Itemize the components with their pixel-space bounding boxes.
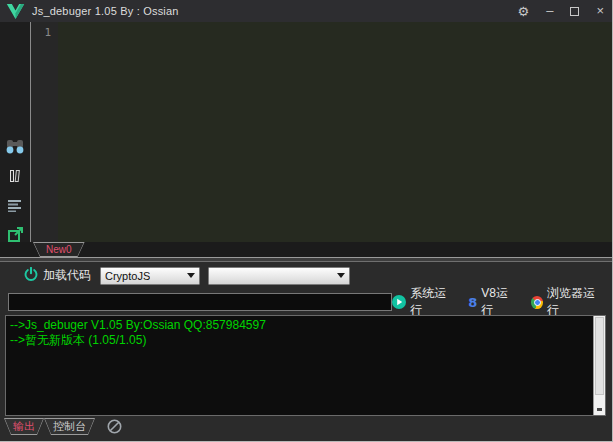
- library-dropdown-value: CryptoJS: [105, 270, 150, 282]
- bottom-tabstrip: 输出 控制台: [0, 416, 612, 441]
- editor-region: 1: [0, 22, 612, 242]
- output-scrollbar[interactable]: [593, 316, 605, 415]
- app-logo-v-icon: [6, 4, 25, 19]
- maximize-button[interactable]: [570, 7, 579, 16]
- load-code-button[interactable]: 加载代码: [24, 267, 91, 284]
- tab-console-label: 控制台: [45, 419, 94, 434]
- system-run-button[interactable]: 系统运行: [392, 285, 455, 319]
- play-circle-icon: [392, 295, 406, 309]
- tab-new0-label: New0: [34, 243, 84, 256]
- library-dropdown[interactable]: CryptoJS: [100, 267, 200, 285]
- run-buttons: 系统运行 8 V8运行 浏览器运行: [392, 285, 604, 319]
- line-number: 1: [44, 26, 51, 39]
- browser-run-label: 浏览器运行: [547, 285, 604, 319]
- load-code-label: 加载代码: [43, 267, 91, 284]
- system-run-label: 系统运行: [410, 285, 455, 319]
- chevron-down-icon: [337, 273, 345, 278]
- scrollbar-arrow-icon: [597, 408, 602, 411]
- titlebar: Js_debuger 1.05 By : Ossian ⚙ – ×: [0, 0, 612, 22]
- editor-sidebar: [0, 22, 30, 242]
- chrome-browser-icon: [531, 296, 543, 309]
- tab-console[interactable]: 控制台: [44, 418, 95, 435]
- output-panel[interactable]: -->Js_debuger V1.05 By:Ossian QQ:8579845…: [5, 315, 606, 416]
- close-button[interactable]: ×: [596, 5, 604, 17]
- tab-output-label: 输出: [5, 419, 43, 434]
- tab-new0[interactable]: New0: [33, 242, 85, 257]
- scrollbar-thumb[interactable]: [595, 317, 604, 395]
- clear-prohibition-icon[interactable]: [107, 419, 122, 434]
- binoculars-search-icon[interactable]: [6, 140, 24, 158]
- minimize-button[interactable]: –: [546, 6, 553, 16]
- output-line: -->暂无新版本 (1.05/1.05): [10, 333, 589, 348]
- format-lines-icon[interactable]: [8, 198, 23, 216]
- run-bar: 系统运行 8 V8运行 浏览器运行: [0, 289, 612, 315]
- window-controls: ⚙ – ×: [518, 5, 604, 18]
- v8-logo-icon: 8: [468, 295, 477, 310]
- code-editor[interactable]: [58, 22, 612, 242]
- app-window: Js_debuger 1.05 By : Ossian ⚙ – ×: [0, 0, 613, 442]
- editor-tabstrip: New0: [0, 242, 612, 257]
- browser-run-button[interactable]: 浏览器运行: [531, 285, 604, 319]
- tab-output[interactable]: 输出: [4, 418, 44, 435]
- output-line: -->Js_debuger V1.05 By:Ossian QQ:8579845…: [10, 318, 589, 333]
- settings-gear-icon[interactable]: ⚙: [518, 5, 530, 18]
- v8-run-button[interactable]: 8 V8运行: [468, 285, 517, 319]
- secondary-dropdown[interactable]: [208, 267, 350, 285]
- line-number-gutter: 1: [30, 22, 58, 242]
- power-icon: [24, 267, 38, 284]
- window-title: Js_debuger 1.05 By : Ossian: [32, 5, 179, 17]
- v8-run-label: V8运行: [481, 285, 517, 319]
- chevron-down-icon: [187, 273, 195, 278]
- files-compare-icon[interactable]: [8, 169, 22, 187]
- command-input[interactable]: [8, 293, 392, 311]
